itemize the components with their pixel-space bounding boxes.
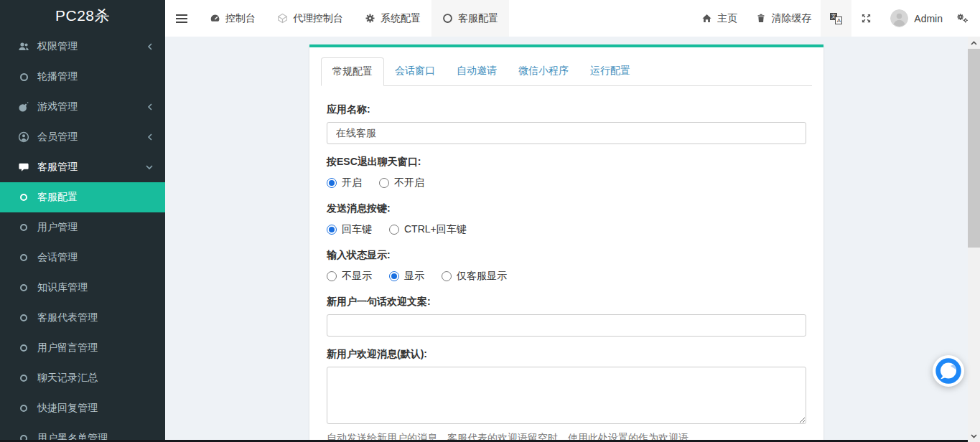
- radio-icon: [327, 225, 337, 235]
- radio-show[interactable]: 显示: [389, 270, 424, 283]
- main-content: 常规配置 会话窗口 自动邀请 微信小程序 运行配置 应用名称: 按ESC退出聊天…: [165, 37, 968, 442]
- sidebar-subitem-quick-replies[interactable]: 快捷回复管理: [0, 393, 165, 423]
- circle-icon: [18, 282, 29, 293]
- sidebar-item-customer-service[interactable]: 客服管理: [0, 152, 165, 182]
- language-switch-button[interactable]: 文 A: [821, 0, 851, 37]
- scroll-down-arrow-icon[interactable]: [968, 430, 980, 442]
- brand-logo: PC28杀: [0, 0, 165, 32]
- translate-icon: 文 A: [830, 13, 842, 24]
- radio-icon: [379, 178, 389, 188]
- field-esc-exit: 按ESC退出聊天窗口: 开启 不开启: [327, 156, 806, 191]
- sidebar-item-label: 轮播管理: [37, 70, 78, 83]
- tab-auto-invite[interactable]: 自动邀请: [446, 57, 508, 86]
- sidebar-subitem-user-management[interactable]: 用户管理: [0, 212, 165, 243]
- expand-arrows-icon: [861, 13, 872, 24]
- nav-item-home[interactable]: 主页: [692, 12, 747, 25]
- cogs-icon: [956, 13, 969, 24]
- radio-esc-on[interactable]: 开启: [327, 177, 362, 189]
- radio-icon: [442, 271, 452, 281]
- field-send-key: 发送消息按键: 回车键 CTRL+回车键: [327, 202, 806, 238]
- sidebar: PC28杀 权限管理 轮播管理 游戏管理 会员管理: [0, 0, 165, 442]
- esc-exit-label: 按ESC退出聊天窗口:: [327, 156, 806, 169]
- comment-icon: [18, 161, 29, 173]
- trash-icon: [756, 13, 766, 24]
- page-scrollbar: [968, 37, 980, 442]
- nav-item-label: 系统配置: [381, 12, 421, 25]
- sidebar-item-label: 权限管理: [37, 40, 78, 53]
- sidebar-item-games[interactable]: 游戏管理: [0, 92, 165, 122]
- sidebar-item-label: 会员管理: [37, 131, 78, 144]
- nav-item-clear-cache[interactable]: 清除缓存: [747, 12, 821, 25]
- sidebar-item-carousel[interactable]: 轮播管理: [0, 62, 165, 92]
- user-circle-icon: [18, 131, 29, 143]
- sidebar-subitem-cs-agents[interactable]: 客服代表管理: [0, 303, 165, 333]
- app-name-input[interactable]: [327, 122, 806, 144]
- radio-show-cs-only[interactable]: 仅客服显示: [442, 270, 507, 283]
- nav-item-system-config[interactable]: 系统配置: [354, 0, 431, 37]
- sidebar-subitem-label: 聊天记录汇总: [37, 372, 98, 385]
- radio-esc-off[interactable]: 不开启: [379, 177, 424, 189]
- nav-item-dashboard[interactable]: 控制台: [199, 0, 266, 37]
- scrollbar-thumb[interactable]: [968, 49, 980, 248]
- user-menu[interactable]: Admin: [881, 0, 947, 37]
- sidebar-subitem-label: 客服配置: [37, 191, 78, 204]
- tab-session-window[interactable]: 会话窗口: [384, 57, 446, 86]
- sidebar-subitem-label: 知识库管理: [37, 281, 88, 294]
- menu-toggle-icon[interactable]: [165, 0, 199, 37]
- chevron-left-icon: [146, 103, 154, 111]
- tab-general-config[interactable]: 常规配置: [321, 57, 384, 86]
- typing-status-options: 不显示 显示 仅客服显示: [327, 268, 806, 284]
- scroll-up-arrow-icon[interactable]: [968, 37, 980, 49]
- typing-status-label: 输入状态显示:: [327, 249, 806, 262]
- welcome-text-label: 新用户一句话欢迎文案:: [327, 296, 806, 309]
- sidebar-subitem-chat-logs[interactable]: 聊天记录汇总: [0, 363, 165, 393]
- send-key-label: 发送消息按键:: [327, 202, 806, 215]
- app-name-label: 应用名称:: [327, 103, 806, 116]
- radio-enter[interactable]: 回车键: [327, 223, 372, 236]
- nav-item-label: 代理控制台: [293, 12, 343, 25]
- general-config-form: 应用名称: 按ESC退出聊天窗口: 开启 不开启 发送消息按键: 回车键 CTR…: [309, 86, 823, 442]
- radio-ctrl-enter[interactable]: CTRL+回车键: [389, 223, 467, 236]
- field-typing-status: 输入状态显示: 不显示 显示 仅客服显示: [327, 249, 806, 284]
- nav-item-label: 控制台: [225, 12, 256, 25]
- radio-hide[interactable]: 不显示: [327, 270, 372, 283]
- circle-icon: [18, 342, 29, 354]
- circle-icon: [18, 71, 29, 83]
- bomb-icon: [18, 101, 29, 113]
- chat-bubble-icon: [932, 354, 965, 387]
- sidebar-subitem-user-messages[interactable]: 用户留言管理: [0, 333, 165, 363]
- chevron-left-icon: [146, 133, 154, 141]
- circle-icon: [18, 222, 29, 233]
- field-welcome-message: 新用户欢迎消息(默认): 自动发送给新用户的消息，客服代表的欢迎语留空时，使用此…: [327, 348, 806, 442]
- settings-button[interactable]: [947, 0, 980, 37]
- radio-icon: [327, 178, 337, 188]
- sidebar-subitem-label: 客服代表管理: [37, 311, 98, 324]
- top-navbar: 控制台 代理控制台 系统配置 客服配置 主页 清除缓存: [165, 0, 980, 37]
- circle-icon: [18, 252, 29, 263]
- sidebar-item-members[interactable]: 会员管理: [0, 122, 165, 152]
- circle-icon: [18, 403, 29, 414]
- sidebar-subitem-cs-config[interactable]: 客服配置: [0, 182, 165, 212]
- sidebar-subitem-session-management[interactable]: 会话管理: [0, 243, 165, 273]
- sidebar-item-permissions[interactable]: 权限管理: [0, 32, 165, 62]
- settings-card: 常规配置 会话窗口 自动邀请 微信小程序 运行配置 应用名称: 按ESC退出聊天…: [309, 44, 823, 442]
- chat-widget-button[interactable]: [932, 354, 965, 387]
- sidebar-item-label: 游戏管理: [37, 100, 78, 113]
- welcome-message-label: 新用户欢迎消息(默认):: [327, 348, 806, 361]
- nav-item-label: 主页: [717, 12, 737, 25]
- username: Admin: [914, 13, 943, 24]
- tab-wechat-miniprogram[interactable]: 微信小程序: [508, 57, 579, 86]
- tab-run-config[interactable]: 运行配置: [579, 57, 641, 86]
- send-key-options: 回车键 CTRL+回车键: [327, 221, 806, 238]
- welcome-text-input[interactable]: [327, 314, 806, 337]
- nav-item-cs-config[interactable]: 客服配置: [431, 0, 509, 37]
- nav-item-agent-console[interactable]: 代理控制台: [266, 0, 354, 37]
- avatar: [890, 9, 908, 27]
- gear-icon: [365, 13, 375, 24]
- sidebar-subitem-label: 会话管理: [37, 251, 78, 264]
- sidebar-subitem-label: 用户留言管理: [37, 342, 98, 354]
- sidebar-subitem-knowledge-base[interactable]: 知识库管理: [0, 273, 165, 303]
- fullscreen-button[interactable]: [851, 0, 881, 37]
- sidebar-item-label: 客服管理: [37, 161, 78, 174]
- welcome-message-textarea[interactable]: [327, 367, 806, 424]
